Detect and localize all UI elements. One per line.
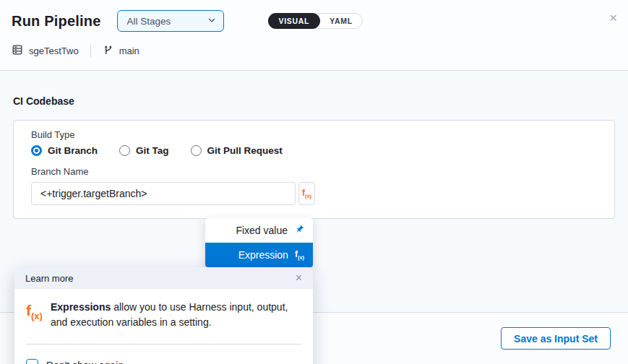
dont-show-again-label: Don't show again: [46, 360, 124, 364]
radio-icon: [119, 145, 130, 156]
divider: [26, 344, 301, 344]
stage-select-dropdown[interactable]: All Stages: [117, 10, 224, 32]
stage-select-value: All Stages: [127, 16, 171, 27]
close-icon[interactable]: ×: [296, 272, 302, 284]
radio-icon: [191, 145, 202, 156]
branch-name-input[interactable]: [31, 182, 296, 205]
learn-more-popover: Learn more × f(x) Expressions allow you …: [14, 267, 313, 364]
branch-name-label: Branch Name: [31, 166, 597, 177]
dont-show-again-checkbox[interactable]: [26, 359, 38, 364]
repository-icon: [12, 44, 23, 58]
radio-git-pull-request[interactable]: Git Pull Request: [191, 145, 283, 156]
build-type-label: Build Type: [31, 129, 597, 140]
repository-name: sgeTestTwo: [29, 46, 79, 56]
run-pipeline-header: Run Pipeline All Stages VISUAL YAML × sg…: [0, 0, 628, 71]
ci-codebase-card: Build Type Git Branch Git Tag Git Pull R…: [13, 120, 615, 219]
divider: [90, 44, 91, 58]
pin-icon: [294, 225, 304, 237]
value-type-toggle-button[interactable]: f(x): [298, 182, 315, 205]
visual-yaml-toggle: VISUAL YAML: [268, 13, 363, 29]
learn-more-header: Learn more ×: [14, 267, 313, 289]
git-branch-icon: [103, 45, 113, 58]
chevron-down-icon: [207, 14, 216, 27]
learn-more-description: Expressions allow you to use Harness inp…: [51, 300, 301, 330]
radio-git-tag[interactable]: Git Tag: [119, 145, 169, 156]
tab-yaml[interactable]: YAML: [320, 14, 362, 28]
close-icon[interactable]: ×: [609, 11, 617, 25]
page-title: Run Pipeline: [12, 13, 101, 30]
fx-icon: f(x): [302, 188, 311, 199]
fx-icon: f(x): [26, 300, 51, 330]
value-type-menu: Fixed value Expression f(x): [205, 218, 313, 267]
fx-icon: f(x): [295, 249, 304, 261]
radio-selected-icon: [31, 145, 42, 156]
save-as-input-set-button[interactable]: Save as Input Set: [501, 327, 611, 350]
branch-name: main: [119, 46, 139, 56]
tab-visual[interactable]: VISUAL: [268, 13, 321, 29]
ci-codebase-title: CI Codebase: [13, 95, 615, 107]
learn-more-title: Learn more: [25, 273, 73, 284]
build-type-options: Git Branch Git Tag Git Pull Request: [31, 145, 597, 156]
main-content: CI Codebase Build Type Git Branch Git Ta…: [0, 95, 628, 219]
menu-item-fixed-value[interactable]: Fixed value: [205, 218, 313, 243]
radio-git-branch[interactable]: Git Branch: [31, 145, 98, 156]
menu-item-expression[interactable]: Expression f(x): [205, 243, 313, 267]
codebase-summary: sgeTestTwo main: [12, 44, 616, 58]
